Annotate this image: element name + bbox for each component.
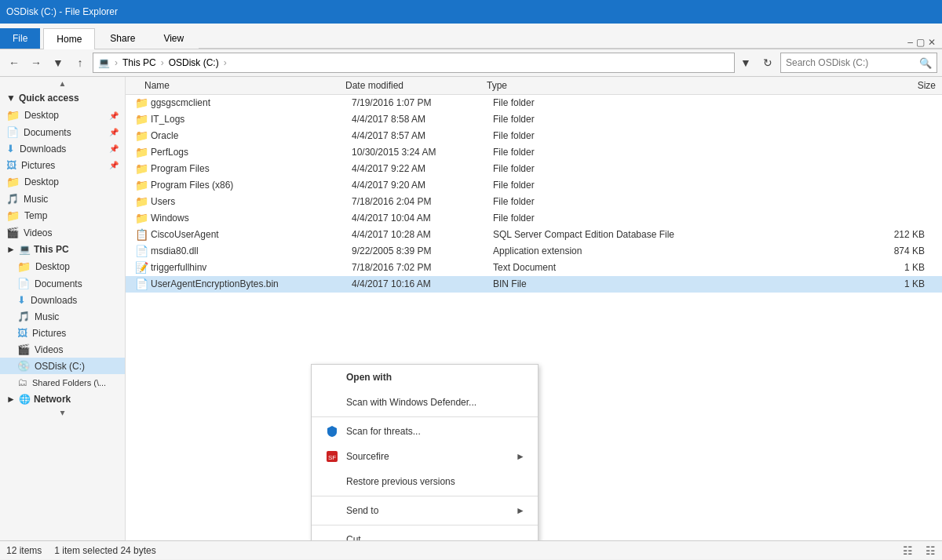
sidebar-item-downloads-pc[interactable]: ⬇ Downloads — [0, 292, 125, 308]
details-view-button[interactable]: ☷ — [903, 544, 913, 557]
table-row[interactable]: 📋 CiscoUserAgent 4/4/2017 10:28 AM SQL S… — [126, 227, 942, 243]
address-bar[interactable]: 💻 › This PC › OSDisk (C:) › — [93, 53, 735, 73]
address-part-thispc-label[interactable]: This PC — [122, 57, 156, 68]
file-type: Application extension — [493, 245, 728, 256]
sidebar-item-desktop-pc[interactable]: 📁 Desktop — [0, 258, 125, 275]
col-date-header[interactable]: Date modified — [345, 80, 487, 91]
sidebar-item-documents-pc[interactable]: 📄 Documents — [0, 275, 125, 292]
sidebar-group-network[interactable]: ► 🌐 Network — [0, 391, 125, 408]
sidebar-item-music-pc[interactable]: 🎵 Music — [0, 308, 125, 325]
sidebar-item-label: Shared Folders (\... — [32, 378, 106, 387]
sidebar-item-pictures-qa[interactable]: 🖼 Pictures 📌 — [0, 157, 125, 173]
submenu-arrow-icon: ► — [516, 505, 525, 516]
sidebar-scroll-down[interactable]: ▲ — [0, 408, 125, 420]
tab-file[interactable]: File — [0, 28, 40, 49]
table-row[interactable]: 📁 Program Files 4/4/2017 9:22 AM File fo… — [126, 161, 942, 177]
cm-item-sourcefire[interactable]: SF Sourcefire ► — [312, 444, 538, 469]
cm-item-send-to[interactable]: Send to ► — [312, 498, 538, 523]
address-part-drive[interactable]: OSDisk (C:) — [169, 57, 219, 68]
file-date: 10/30/2015 3:24 AM — [352, 147, 493, 158]
sidebar-item-music-qa[interactable]: 🎵 Music — [0, 191, 125, 207]
sidebar-item-documents-qa[interactable]: 📄 Documents 📌 — [0, 124, 125, 140]
address-dropdown-button[interactable]: ▼ — [736, 53, 755, 72]
search-box[interactable]: 🔍 — [780, 53, 937, 73]
sidebar-item-desktop-qa[interactable]: 📁 Desktop 📌 — [0, 107, 125, 124]
tab-share[interactable]: Share — [97, 27, 148, 49]
videos-icon: 🎬 — [17, 344, 30, 355]
col-type-header[interactable]: Type — [487, 80, 722, 91]
sidebar-item-label: Videos — [24, 227, 52, 238]
shield-blue-icon — [324, 424, 340, 439]
search-icon[interactable]: 🔍 — [919, 57, 932, 69]
minimize-icon[interactable]: – — [907, 37, 913, 48]
search-input[interactable] — [786, 57, 919, 68]
file-date: 4/4/2017 9:20 AM — [352, 180, 493, 191]
table-row[interactable]: 📄 msdia80.dll 9/22/2005 8:39 PM Applicat… — [126, 243, 942, 260]
file-name: msdia80.dll — [151, 245, 352, 256]
chevron-down-icon: ▼ — [6, 93, 16, 104]
table-row[interactable]: 📁 Windows 4/4/2017 10:04 AM File folder — [126, 210, 942, 227]
sidebar-item-downloads-qa[interactable]: ⬇ Downloads 📌 — [0, 140, 125, 157]
network-label: Network — [34, 394, 71, 405]
maximize-icon[interactable]: ▢ — [916, 37, 925, 48]
col-name-header[interactable]: Name — [126, 80, 345, 91]
folder-icon: 📁 — [132, 146, 151, 158]
tab-home[interactable]: Home — [43, 28, 95, 49]
tab-view[interactable]: View — [150, 27, 197, 49]
forward-button[interactable]: → — [27, 53, 46, 72]
file-name: CiscoUserAgent — [151, 229, 352, 240]
table-row[interactable]: 📝 triggerfullhinv 7/18/2016 7:02 PM Text… — [126, 260, 942, 276]
col-size-header[interactable]: Size — [722, 80, 942, 91]
sidebar-item-pictures-pc[interactable]: 🖼 Pictures — [0, 325, 125, 341]
address-part-thispc[interactable]: 💻 — [98, 57, 110, 68]
up-button[interactable]: ↑ — [71, 53, 89, 72]
folder-icon: 📁 — [132, 129, 151, 142]
downloads-icon: ⬇ — [6, 143, 15, 155]
file-type: File folder — [493, 180, 728, 191]
sidebar-group-quick-access[interactable]: ▼ Quick access — [0, 89, 125, 107]
pictures-icon: 🖼 — [6, 159, 16, 171]
sidebar-item-desktop2-qa[interactable]: 📁 Desktop — [0, 173, 125, 191]
file-list: Name Date modified Type Size 📁 ggsgscmcl… — [126, 77, 942, 540]
large-icons-view-button[interactable]: ☷ — [926, 544, 936, 557]
sidebar-item-label: Desktop — [24, 176, 59, 187]
sidebar-item-shared-folders[interactable]: 🗂 Shared Folders (\... — [0, 374, 125, 391]
file-name: Users — [151, 196, 352, 207]
table-row[interactable]: 📁 PerfLogs 10/30/2015 3:24 AM File folde… — [126, 144, 942, 161]
sidebar-item-temp-qa[interactable]: 📁 Temp — [0, 207, 125, 224]
sidebar-item-videos-qa[interactable]: 🎬 Videos — [0, 224, 125, 241]
cm-item-open-with[interactable]: Open with — [312, 365, 538, 390]
cm-item-scan-defender[interactable]: Scan with Windows Defender... — [312, 390, 538, 415]
back-button[interactable]: ← — [5, 53, 24, 72]
refresh-button[interactable]: ↻ — [758, 53, 777, 72]
file-name: Program Files (x86) — [151, 180, 352, 191]
cm-label: Open with — [346, 372, 392, 383]
table-row[interactable]: 📄 UserAgentEncryptionBytes.bin 4/4/2017 … — [126, 276, 942, 293]
file-name: UserAgentEncryptionBytes.bin — [151, 278, 352, 289]
sidebar-item-videos-pc[interactable]: 🎬 Videos — [0, 341, 125, 358]
folder-icon: 📁 — [6, 176, 20, 188]
table-row[interactable]: 📁 IT_Logs 4/4/2017 8:58 AM File folder — [126, 111, 942, 128]
cm-item-scan-threats[interactable]: Scan for threats... — [312, 419, 538, 444]
table-row[interactable]: 📁 ggsgscmclient 7/19/2016 1:07 PM File f… — [126, 95, 942, 111]
dropdown-history-button[interactable]: ▼ — [49, 53, 68, 72]
folder-icon: 📁 — [132, 162, 151, 175]
sidebar-group-this-pc[interactable]: ► 💻 This PC — [0, 241, 125, 258]
address-separator-3: › — [224, 57, 227, 68]
file-date: 4/4/2017 8:57 AM — [352, 130, 493, 141]
file-name: Program Files — [151, 163, 352, 174]
cm-item-restore-versions[interactable]: Restore previous versions — [312, 469, 538, 494]
folder-icon: 📁 — [132, 113, 151, 125]
sidebar-item-osdisk[interactable]: 💿 OSDisk (C:) — [0, 358, 125, 374]
file-date: 7/18/2016 7:02 PM — [352, 262, 493, 273]
file-name: Oracle — [151, 130, 352, 141]
sidebar-scroll-up[interactable]: ▲ — [0, 77, 125, 89]
sidebar-item-label: Pictures — [32, 328, 66, 339]
cm-item-cut[interactable]: Cut — [312, 527, 538, 540]
this-pc-icon: 💻 — [19, 244, 31, 255]
table-row[interactable]: 📁 Oracle 4/4/2017 8:57 AM File folder — [126, 128, 942, 144]
close-icon[interactable]: ✕ — [928, 37, 936, 48]
table-row[interactable]: 📁 Program Files (x86) 4/4/2017 9:20 AM F… — [126, 177, 942, 194]
table-row[interactable]: 📁 Users 7/18/2016 2:04 PM File folder — [126, 194, 942, 210]
file-name: triggerfullhinv — [151, 262, 352, 273]
